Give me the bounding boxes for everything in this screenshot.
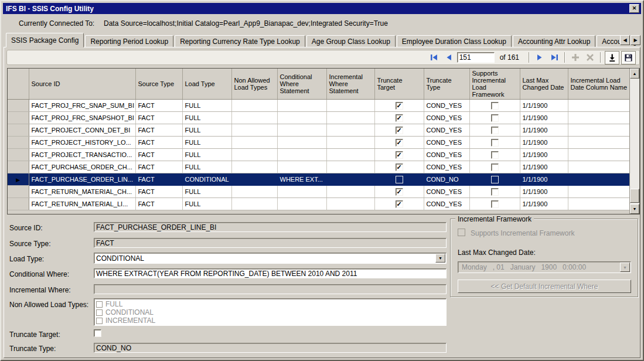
cell-truncate-target[interactable]: ✓ <box>374 161 424 173</box>
tab-reporting-period-lookup[interactable]: Reporting Period Lookup <box>85 35 173 47</box>
cell-truncate-target[interactable]: ✓ <box>374 112 424 124</box>
truncate-target-checkbox[interactable] <box>396 176 403 183</box>
cell-truncate-type[interactable]: COND_YES <box>424 100 469 112</box>
row-selector-cell[interactable] <box>8 149 29 161</box>
cell-truncate-type[interactable]: COND_YES <box>424 124 469 137</box>
cell-supports-incremental[interactable] <box>469 124 520 137</box>
cell-supports-incremental[interactable] <box>469 173 520 186</box>
row-selector-cell[interactable] <box>8 112 29 124</box>
cell-last-max-changed[interactable]: 1/1/1900 <box>520 186 568 198</box>
truncate-target-checkbox[interactable]: ✓ <box>396 102 403 110</box>
column-header-truncate-target[interactable]: Truncate Target <box>374 69 424 100</box>
source-type-field[interactable]: FACT <box>94 238 447 248</box>
cell-conditional-where[interactable] <box>277 137 326 149</box>
full-checkbox[interactable] <box>96 301 103 308</box>
cell-truncate-target[interactable]: ✓ <box>374 186 424 198</box>
cell-non-allowed[interactable] <box>231 124 277 137</box>
record-position-input[interactable] <box>457 52 495 63</box>
cell-source-id[interactable]: FACT_PROJECT_HISTORY_LO... <box>29 137 135 149</box>
cell-non-allowed[interactable] <box>231 137 277 149</box>
add-record-button[interactable] <box>569 52 582 63</box>
tab-employee-duration-class-lookup[interactable]: Employee Duration Class Lookup <box>397 35 512 47</box>
table-row[interactable]: FACT_RETURN_MATERIAL_LI...FACTFULL✓COND_… <box>8 198 630 210</box>
table-row[interactable]: FACT_RETURN_MATERIAL_CH...FACTFULL✓COND_… <box>8 186 630 198</box>
previous-record-button[interactable] <box>442 52 455 63</box>
truncate-target-checkbox[interactable]: ✓ <box>396 164 403 171</box>
row-selector-cell[interactable] <box>8 198 29 210</box>
cell-source-id[interactable]: FACT_PROJECT_CONN_DET_BI <box>29 124 135 137</box>
cell-supports-incremental[interactable] <box>469 137 520 149</box>
list-item-full[interactable]: FULL <box>96 300 446 308</box>
cell-source-type[interactable]: FACT <box>135 137 182 149</box>
cell-incremental-load-date-column[interactable] <box>568 198 630 210</box>
get-latest-button[interactable] <box>605 51 619 64</box>
column-header-truncate-type[interactable]: Truncate Type <box>424 69 469 100</box>
cell-load-type[interactable]: FULL <box>182 137 231 149</box>
cell-source-id[interactable]: FACT_RETURN_MATERIAL_LI... <box>29 198 135 210</box>
first-record-button[interactable] <box>428 52 441 63</box>
cell-non-allowed[interactable] <box>231 173 277 186</box>
cell-load-type[interactable]: FULL <box>182 161 231 173</box>
cell-source-type[interactable]: FACT <box>135 124 182 137</box>
column-header-non-allowed-load-types[interactable]: Non Allowed Load Types <box>231 69 277 100</box>
cell-conditional-where[interactable]: WHERE EXT... <box>277 173 326 186</box>
cell-truncate-target[interactable]: ✓ <box>374 198 424 210</box>
cell-conditional-where[interactable] <box>277 100 326 112</box>
delete-record-button[interactable] <box>584 52 597 63</box>
truncate-target-checkbox[interactable] <box>94 329 101 337</box>
cell-last-max-changed[interactable]: 1/1/1900 <box>520 149 568 161</box>
cell-source-type[interactable]: FACT <box>135 173 182 186</box>
truncate-target-checkbox[interactable]: ✓ <box>396 139 403 147</box>
supports-incremental-checkbox[interactable] <box>491 176 499 183</box>
cell-truncate-type[interactable]: COND_YES <box>424 186 469 198</box>
table-row[interactable]: FACT_PROJ_FRC_SNAPSHOT_BIFACTFULL✓COND_Y… <box>8 112 630 124</box>
cell-non-allowed[interactable] <box>231 149 277 161</box>
column-header-supports-incremental-load-framework[interactable]: Supports Incremental Load Framework <box>469 69 520 100</box>
cell-incremental-where[interactable] <box>326 100 374 112</box>
cell-truncate-target[interactable]: ✓ <box>374 149 424 161</box>
cell-supports-incremental[interactable] <box>469 112 520 124</box>
truncate-target-checkbox[interactable]: ✓ <box>396 200 403 208</box>
cell-non-allowed[interactable] <box>231 198 277 210</box>
cell-load-type[interactable]: FULL <box>182 100 231 112</box>
cell-load-type[interactable]: FULL <box>182 186 231 198</box>
cell-incremental-where[interactable] <box>326 186 374 198</box>
cell-non-allowed[interactable] <box>231 186 277 198</box>
cell-truncate-type[interactable]: COND_NO <box>424 173 469 186</box>
supports-incremental-checkbox[interactable] <box>491 114 499 122</box>
cell-load-type[interactable]: FULL <box>182 198 231 210</box>
cell-supports-incremental[interactable] <box>469 198 520 210</box>
truncate-target-checkbox[interactable]: ✓ <box>396 151 403 159</box>
cell-source-type[interactable]: FACT <box>135 198 182 210</box>
list-item-incremental[interactable]: INCREMENTAL <box>96 316 446 325</box>
cell-supports-incremental[interactable] <box>469 100 520 112</box>
row-selector-cell[interactable] <box>8 124 29 137</box>
cell-source-type[interactable]: FACT <box>135 186 182 198</box>
last-max-changed-date-combobox[interactable]: Monday , 01 January 1900 0:00:00 ▼ <box>458 261 631 273</box>
cell-truncate-type[interactable]: COND_YES <box>424 149 469 161</box>
cell-source-type[interactable]: FACT <box>135 112 182 124</box>
truncate-type-field[interactable]: COND_NO <box>94 343 447 353</box>
table-row[interactable]: FACT_PURCHASE_ORDER_CH...FACTFULL✓COND_Y… <box>8 161 630 173</box>
row-selector-cell[interactable] <box>8 161 29 173</box>
cell-source-type[interactable]: FACT <box>135 100 182 112</box>
cell-truncate-target[interactable]: ✓ <box>374 100 424 112</box>
table-row[interactable]: FACT_PROJECT_HISTORY_LO...FACTFULL✓COND_… <box>8 137 630 149</box>
cell-non-allowed[interactable] <box>231 100 277 112</box>
get-default-incremental-where-button[interactable]: << Get Default Incremental Where <box>458 280 631 293</box>
cell-last-max-changed[interactable]: 1/1/1900 <box>520 198 568 210</box>
cell-source-id[interactable]: FACT_RETURN_MATERIAL_CH... <box>29 186 135 198</box>
load-type-combobox[interactable]: CONDITIONAL ▼ <box>94 253 447 264</box>
cell-incremental-load-date-column[interactable] <box>568 149 630 161</box>
table-row[interactable]: FACT_PROJ_FRC_SNAP_SUM_BIFACTFULL✓COND_Y… <box>8 100 630 112</box>
list-item-conditional[interactable]: CONDITIONAL <box>96 308 446 316</box>
scroll-down-button[interactable]: ▼ <box>630 204 639 214</box>
cell-conditional-where[interactable] <box>277 149 326 161</box>
cell-conditional-where[interactable] <box>277 112 326 124</box>
load-type-dropdown-button[interactable]: ▼ <box>435 254 445 263</box>
cell-last-max-changed[interactable]: 1/1/1900 <box>520 112 568 124</box>
cell-load-type[interactable]: CONDITIONAL <box>182 173 231 186</box>
cell-last-max-changed[interactable]: 1/1/1900 <box>520 124 568 137</box>
cell-incremental-load-date-column[interactable] <box>568 186 630 198</box>
cell-source-id[interactable]: FACT_PURCHASE_ORDER_CH... <box>29 161 135 173</box>
